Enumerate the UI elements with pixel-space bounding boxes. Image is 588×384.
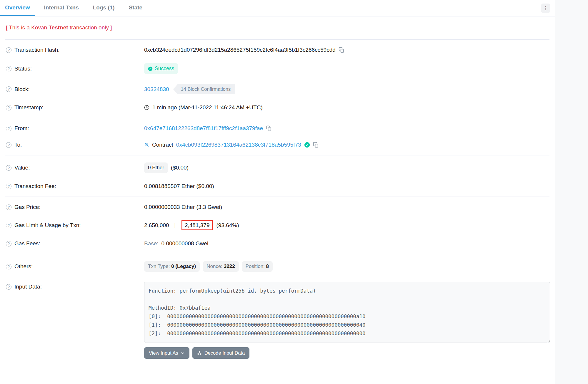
block-number-link[interactable]: 30324830	[144, 86, 169, 93]
timestamp-value: 1 min ago (Mar-11-2022 11:46:24 AM +UTC)	[152, 104, 263, 111]
decode-icon	[197, 351, 202, 356]
row-block: ? Block: 30324830 14 Block Confirmations	[6, 79, 555, 99]
check-circle-icon	[148, 66, 153, 71]
help-icon[interactable]: ?	[6, 241, 11, 247]
tab-state[interactable]: State	[124, 0, 147, 16]
help-icon[interactable]: ?	[6, 126, 11, 131]
transaction-hash-value: 0xcb324eedcd1d07296fdf3d215a2865275f159c…	[144, 47, 336, 53]
gas-used-percent: (93.64%)	[216, 222, 239, 229]
row-label: Gas Price:	[14, 204, 41, 210]
copy-icon[interactable]	[339, 47, 344, 53]
row-label: Status:	[14, 66, 32, 72]
gas-used-value-annotated: 2,481,379	[181, 220, 213, 230]
tab-overview[interactable]: Overview	[0, 0, 35, 16]
row-gas-fees: ? Gas Fees: Base: 0.000000008 Gwei	[6, 235, 555, 252]
gas-limit-value: 2,650,000	[144, 222, 169, 229]
transaction-fee-value: 0.0081885507 Ether ($0.00)	[144, 183, 214, 190]
help-icon[interactable]: ?	[6, 284, 11, 290]
clock-icon	[144, 105, 149, 110]
base-fee-value: 0.000000008 Gwei	[161, 240, 209, 247]
row-others: ? Others: Txn Type: 0 (Legacy) Nonce: 32…	[6, 256, 555, 277]
from-address-link[interactable]: 0x647e7168122263d8e7f81f17fff9c2f1aa379f…	[144, 125, 263, 132]
row-status: ? Status: Success	[6, 58, 555, 79]
row-label: From:	[14, 125, 29, 132]
to-address-link[interactable]: 0x4cb093f226983713164a62138c3f718a5b595f…	[176, 142, 301, 148]
row-label: Block:	[14, 86, 30, 93]
to-contract-prefix: Contract	[152, 142, 173, 148]
row-label: Gas Limit & Usage by Txn:	[14, 222, 81, 229]
row-label: Transaction Hash:	[14, 47, 59, 53]
row-gas-price: ? Gas Price: 0.0000000033 Ether (3.3 Gwe…	[6, 199, 555, 215]
block-confirmations-badge: 14 Block Confirmations	[173, 84, 236, 94]
ether-value-badge: 0 Ether	[144, 162, 168, 173]
pipe-separator: |	[174, 222, 176, 228]
kebab-menu-icon[interactable]: ⋮	[541, 4, 550, 13]
chevron-down-icon	[181, 351, 185, 355]
gas-price-value: 0.0000000033 Ether (3.3 Gwei)	[144, 204, 222, 210]
usd-value: ($0.00)	[171, 165, 189, 171]
help-icon[interactable]: ?	[6, 66, 11, 71]
help-icon[interactable]: ?	[6, 204, 11, 210]
row-label: Transaction Fee:	[14, 183, 56, 190]
base-fee-label: Base:	[144, 240, 159, 247]
input-data-textarea[interactable]: Function: performUpkeep(uint256 id, byte…	[144, 282, 550, 343]
row-input-data: ? Input Data: Function: performUpkeep(ui…	[6, 277, 555, 364]
decode-input-data-button[interactable]: Decode Input Data	[192, 347, 250, 359]
row-transaction-hash: ? Transaction Hash: 0xcb324eedcd1d07296f…	[6, 42, 555, 58]
help-icon[interactable]: ?	[6, 105, 11, 110]
tab-logs[interactable]: Logs (1)	[88, 0, 120, 16]
divider	[5, 370, 549, 370]
row-transaction-fee: ? Transaction Fee: 0.0081885507 Ether ($…	[6, 178, 555, 194]
row-label: Gas Fees:	[14, 240, 40, 247]
verified-check-icon	[304, 142, 310, 148]
copy-icon[interactable]	[313, 142, 319, 148]
position-badge: Position: 8	[242, 261, 273, 272]
zoom-in-icon[interactable]	[144, 142, 149, 147]
row-timestamp: ? Timestamp: 1 min ago (Mar-11-2022 11:4…	[6, 99, 555, 116]
row-gas-limit-usage: ? Gas Limit & Usage by Txn: 2,650,000 | …	[6, 215, 555, 235]
row-to: ? To: Contract 0x4cb093f226983713164a621…	[6, 137, 555, 153]
nonce-badge: Nonce: 3222	[203, 261, 239, 272]
row-label: Value:	[14, 165, 30, 171]
testnet-notice: [ This is a Kovan Testnet transaction on…	[6, 16, 555, 39]
row-from: ? From: 0x647e7168122263d8e7f81f17fff9c2…	[6, 120, 555, 137]
help-icon[interactable]: ?	[6, 47, 11, 53]
row-label: Others:	[14, 263, 33, 270]
copy-icon[interactable]	[266, 125, 272, 131]
status-badge: Success	[144, 63, 178, 74]
row-label: Input Data:	[14, 284, 42, 290]
help-icon[interactable]: ?	[6, 264, 11, 269]
help-icon[interactable]: ?	[6, 165, 11, 171]
help-icon[interactable]: ?	[6, 142, 11, 148]
row-value: ? Value: 0 Ether ($0.00)	[6, 157, 555, 178]
txn-type-badge: Txn Type: 0 (Legacy)	[144, 261, 200, 272]
transaction-detail-card: Overview Internal Txns Logs (1) State ⋮ …	[0, 0, 555, 384]
row-label: Timestamp:	[14, 104, 44, 111]
tab-internal-txns[interactable]: Internal Txns	[39, 0, 84, 16]
help-icon[interactable]: ?	[6, 184, 11, 189]
help-icon[interactable]: ?	[6, 86, 11, 92]
tab-bar: Overview Internal Txns Logs (1) State ⋮	[0, 0, 555, 16]
help-icon[interactable]: ?	[6, 223, 11, 228]
row-label: To:	[14, 142, 22, 148]
view-input-as-button[interactable]: View Input As	[144, 347, 189, 359]
